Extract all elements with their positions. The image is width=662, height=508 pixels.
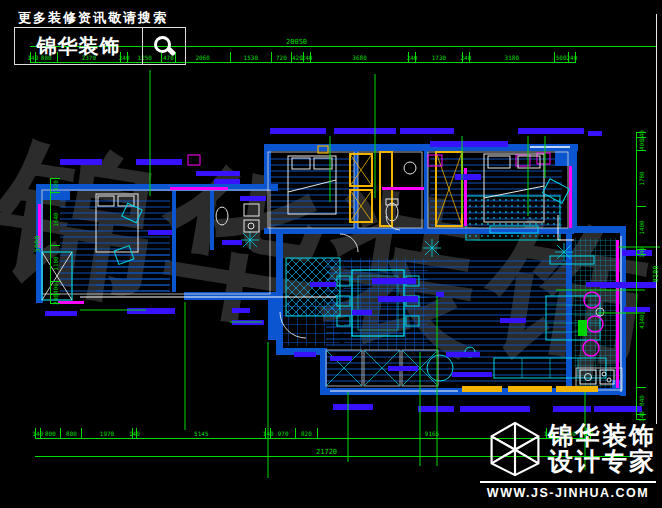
dim-segment: 800 [61, 428, 82, 438]
dim-label: 400 [52, 283, 59, 294]
dim-segment: 820 [296, 428, 317, 438]
dim-segment: 1640 [51, 193, 60, 246]
dim-segment: 5145 [137, 428, 266, 438]
dim-segment: 4340 [637, 255, 646, 388]
dim-label: 500 [556, 54, 567, 61]
bottom-overall-dim: 21720 [316, 448, 337, 456]
top-overall-dim: 20050 [286, 38, 307, 46]
dim-label: 1640 [52, 212, 59, 226]
dim-segment: 1400 [637, 207, 646, 251]
dim-segment: 1100 [51, 246, 60, 282]
dim-label: 240 [52, 294, 59, 305]
header-brand-name: 锦华装饰 [15, 28, 143, 64]
dim-segment: 1970 [82, 428, 132, 438]
header-tagline: 更多装修资讯敬请搜索 [18, 9, 168, 27]
footer-brand-name: 锦华装饰 [548, 423, 656, 449]
dim-label: 3180 [505, 54, 519, 61]
dim-label: 400 [638, 139, 645, 150]
dim-label: 1400 [638, 221, 645, 235]
footer-website: WWW.JS-JINHUA.COM [480, 486, 656, 500]
dim-label: 9165 [425, 430, 439, 437]
drawing-frame-line [656, 14, 657, 424]
dim-segment: 3680 [311, 52, 409, 62]
left-dimension-chain: 42016401100400240 [50, 178, 60, 304]
dim-segment: 420 [51, 178, 60, 193]
dim-label: 1100 [52, 256, 59, 270]
dim-label: 420 [52, 180, 59, 191]
footer-brand-subtitle: 设计专家 [548, 449, 656, 475]
dim-segment: 3180 [470, 52, 555, 62]
footer-logo: 锦华装饰 设计专家 WWW.JS-JINHUA.COM [480, 420, 656, 500]
dim-segment: 400 [637, 138, 646, 151]
dim-segment: 240 [51, 295, 60, 304]
dim-label: 1780 [638, 171, 645, 185]
dim-segment: 1530 [231, 52, 272, 62]
dim-label: 5145 [194, 430, 208, 437]
dim-segment: 970 [271, 428, 296, 438]
dim-label: 1970 [100, 430, 114, 437]
footer-divider [480, 481, 656, 483]
dim-segment: 240 [463, 52, 470, 62]
dim-label: 970 [278, 430, 289, 437]
cad-floorplan-page: 锦华装饰 [0, 0, 662, 508]
search-icon [143, 28, 185, 64]
dim-segment: 1780 [637, 151, 646, 206]
dim-segment: 720 [272, 52, 292, 62]
dim-label: 2060 [195, 54, 209, 61]
dim-label: 1530 [244, 54, 258, 61]
dim-label: 800 [45, 430, 56, 437]
dim-label: 4340 [638, 314, 645, 328]
dim-label: 720 [276, 54, 287, 61]
dim-segment: 1730 [416, 52, 462, 62]
cube-logo-icon [488, 420, 542, 478]
dim-label: 3680 [352, 54, 366, 61]
dim-segment: 800 [41, 428, 62, 438]
dim-label: 1730 [432, 54, 446, 61]
dim-segment: 240 [569, 52, 576, 62]
right-overall-dim: 8180 [652, 266, 660, 283]
dim-label: 240 [566, 54, 577, 61]
left-overall-dim: 3800 [34, 236, 42, 253]
dim-segment: 240 [409, 52, 416, 62]
right-dimension-chain: 140400178014001404340840140 [636, 132, 646, 420]
dim-label: 800 [66, 430, 77, 437]
dim-label: 840 [638, 396, 645, 407]
dim-segment: 240 [304, 52, 311, 62]
dim-label: 820 [301, 430, 312, 437]
header-logo: 锦华装饰 [14, 27, 186, 65]
